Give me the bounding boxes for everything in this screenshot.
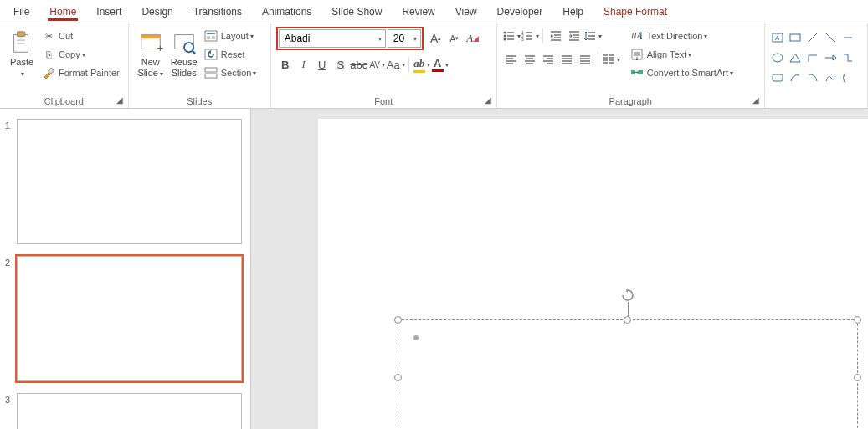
highlight-color-button[interactable]: ab▾: [413, 55, 431, 74]
new-slide-icon: +: [138, 30, 163, 55]
shape-textbox[interactable]: A: [770, 28, 785, 47]
decrease-indent-button[interactable]: [547, 27, 565, 45]
tab-home[interactable]: Home: [39, 0, 86, 23]
shape-curve2[interactable]: [805, 69, 820, 87]
thumbnail-pane[interactable]: 1 2 3: [0, 109, 251, 429]
slide-canvas[interactable]: [318, 119, 868, 429]
align-text-button[interactable]: Align Text▾: [627, 45, 737, 64]
clear-formatting-button[interactable]: A◢: [464, 29, 482, 48]
section-button[interactable]: Section▾: [201, 64, 260, 82]
resize-handle-e[interactable]: [854, 374, 861, 381]
tab-view[interactable]: View: [445, 0, 487, 23]
shape-freeform[interactable]: [823, 69, 838, 87]
svg-rect-73: [631, 70, 635, 74]
resize-handle-n[interactable]: [624, 316, 631, 324]
group-label-font: Font: [276, 94, 491, 108]
align-text-icon: [630, 48, 644, 61]
shape-arrow[interactable]: [823, 49, 838, 67]
text-direction-button[interactable]: IIA Text Direction▾: [627, 27, 737, 45]
align-center-button[interactable]: [521, 50, 539, 69]
chevron-down-icon[interactable]: ▾: [413, 35, 417, 43]
paste-label: Paste: [10, 57, 33, 67]
layout-button[interactable]: Layout▾: [201, 27, 260, 45]
change-case-button[interactable]: Aa▾: [387, 55, 405, 74]
new-slide-button[interactable]: + New Slide▾: [134, 27, 167, 81]
ribbon: Paste▾ ✂ Cut ⎘ Copy▾ Format Painter Clip…: [0, 23, 868, 109]
resize-handle-w[interactable]: [394, 374, 402, 381]
font-color-button[interactable]: A▾: [431, 55, 449, 74]
cut-button[interactable]: ✂ Cut: [39, 27, 123, 45]
font-size-input[interactable]: [392, 32, 413, 45]
strikethrough-button[interactable]: abc: [350, 55, 368, 74]
justify-button[interactable]: [557, 50, 576, 69]
reset-button[interactable]: Reset: [201, 45, 260, 64]
increase-font-button[interactable]: A▴: [427, 29, 445, 48]
paragraph-dialog-launcher[interactable]: ◢: [752, 95, 763, 105]
copy-button[interactable]: ⎘ Copy▾: [39, 45, 123, 64]
slide-thumb-3[interactable]: 3: [0, 391, 250, 429]
format-painter-button[interactable]: Format Painter: [39, 64, 123, 82]
columns-button[interactable]: ▾: [602, 50, 620, 69]
resize-handle-nw[interactable]: [394, 316, 402, 324]
align-right-button[interactable]: [539, 50, 557, 69]
font-dialog-launcher[interactable]: ◢: [485, 95, 495, 105]
text-shadow-button[interactable]: S: [331, 55, 350, 74]
shape-line[interactable]: [805, 28, 820, 47]
svg-rect-17: [205, 74, 217, 78]
shape-curve[interactable]: [788, 69, 803, 87]
font-name-combo[interactable]: ▾: [279, 29, 386, 48]
clipboard-dialog-launcher[interactable]: ◢: [116, 95, 126, 105]
tab-shape-format[interactable]: Shape Format: [593, 0, 677, 23]
align-left-button[interactable]: [502, 50, 521, 69]
numbering-button[interactable]: 123▾: [521, 27, 539, 45]
shape-line2[interactable]: [823, 28, 838, 47]
shape-line3[interactable]: [840, 28, 855, 47]
font-name-input[interactable]: [283, 32, 378, 45]
shape-connector[interactable]: [840, 49, 855, 67]
slide-thumb-2[interactable]: 2: [0, 254, 250, 391]
svg-text:3: 3: [521, 37, 524, 42]
tab-review[interactable]: Review: [392, 0, 444, 23]
group-label-slides: Slides: [134, 94, 265, 108]
shape-elbow[interactable]: [805, 49, 820, 67]
shape-brace[interactable]: [840, 69, 855, 87]
paste-button[interactable]: Paste▾: [5, 27, 39, 81]
rotate-handle[interactable]: [621, 289, 634, 302]
slide-canvas-area[interactable]: [251, 109, 868, 429]
chevron-down-icon: ▾: [21, 70, 24, 78]
tab-file[interactable]: File: [3, 0, 39, 23]
resize-handle-ne[interactable]: [854, 316, 861, 324]
slide-preview: [17, 393, 242, 429]
line-spacing-button[interactable]: ▾: [583, 27, 602, 45]
shape-roundrect[interactable]: [770, 69, 785, 87]
distributed-button[interactable]: [576, 50, 594, 69]
selected-textbox[interactable]: [398, 319, 858, 429]
chevron-down-icon[interactable]: ▾: [378, 35, 382, 43]
slide-thumb-1[interactable]: 1: [0, 117, 250, 254]
tab-developer[interactable]: Developer: [487, 0, 553, 23]
cut-label: Cut: [59, 31, 73, 41]
character-spacing-button[interactable]: AV▾: [368, 55, 387, 74]
group-paragraph: ▾ 123▾ ▾ ▾: [497, 23, 765, 108]
tab-animations[interactable]: Animations: [252, 0, 321, 23]
tab-transitions[interactable]: Transitions: [183, 0, 252, 23]
tab-design[interactable]: Design: [131, 0, 182, 23]
tab-slideshow[interactable]: Slide Show: [321, 0, 392, 23]
italic-button[interactable]: I: [295, 55, 313, 74]
decrease-font-button[interactable]: A▾: [445, 29, 464, 48]
convert-smartart-button[interactable]: Convert to SmartArt▾: [627, 64, 737, 82]
font-highlight-box: ▾ ▾: [276, 27, 424, 50]
font-size-combo[interactable]: ▾: [388, 29, 421, 48]
shape-oval[interactable]: [770, 49, 785, 67]
bold-button[interactable]: B: [276, 55, 295, 74]
shape-triangle[interactable]: [788, 49, 803, 67]
bullets-button[interactable]: ▾: [502, 27, 521, 45]
svg-line-78: [809, 33, 817, 42]
underline-button[interactable]: U: [313, 55, 331, 74]
increase-indent-button[interactable]: [565, 27, 583, 45]
reuse-slides-label: Reuse Slides: [171, 57, 198, 79]
tab-help[interactable]: Help: [552, 0, 593, 23]
reuse-slides-button[interactable]: Reuse Slides: [167, 27, 201, 80]
shape-rect[interactable]: [788, 28, 803, 47]
tab-insert[interactable]: Insert: [86, 0, 131, 23]
